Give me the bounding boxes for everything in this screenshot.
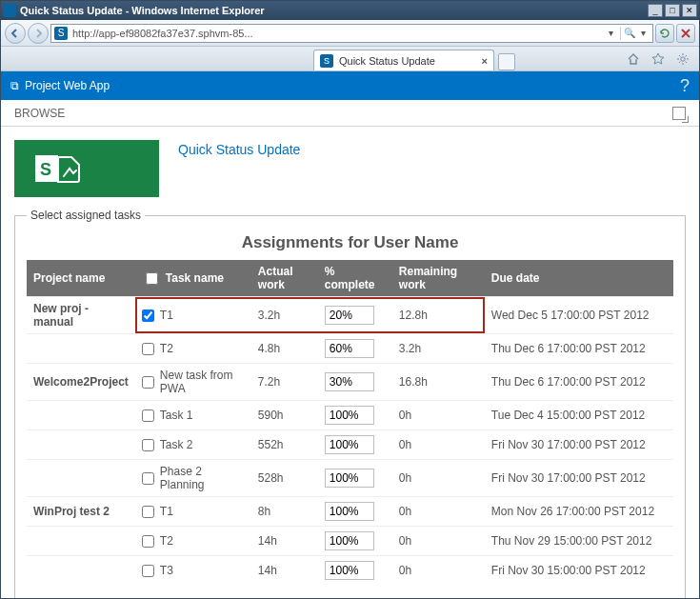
new-tab-button[interactable] <box>498 53 515 70</box>
cell-due: Wed Dec 5 17:00:00 PST 2012 <box>485 297 673 334</box>
site-favicon: S <box>54 27 68 40</box>
task-name: Task 2 <box>160 438 193 451</box>
task-checkbox[interactable] <box>142 506 154 518</box>
address-input[interactable] <box>70 27 601 40</box>
task-checkbox[interactable] <box>142 472 154 485</box>
ribbon-bar: BROWSE <box>1 100 699 127</box>
tab-favicon: S <box>320 54 333 68</box>
fieldset-legend: Select assigned tasks <box>27 209 145 222</box>
focus-content-icon[interactable] <box>672 107 686 120</box>
pct-input[interactable] <box>325 372 374 391</box>
task-checkbox[interactable] <box>142 439 154 451</box>
cell-task[interactable]: T1 <box>135 497 251 527</box>
task-name: T2 <box>160 534 173 548</box>
minimize-button[interactable]: _ <box>648 4 663 17</box>
cell-task[interactable]: New task from PWA <box>135 364 251 401</box>
pct-input[interactable] <box>325 406 374 425</box>
app-launcher-icon[interactable]: ⧉ <box>10 79 19 92</box>
task-name: Task 1 <box>160 409 193 422</box>
close-window-button[interactable]: ✕ <box>682 4 697 17</box>
pct-input[interactable] <box>325 561 374 580</box>
cell-task[interactable]: Phase 2 Planning <box>135 460 251 497</box>
ie-window: Quick Status Update - Windows Internet E… <box>0 0 700 599</box>
task-checkbox[interactable] <box>142 343 154 355</box>
col-remaining: Remaining work <box>392 260 485 297</box>
task-checkbox[interactable] <box>142 409 154 422</box>
back-button[interactable] <box>5 23 26 44</box>
browser-navbar: S ▾ 🔍 ▾ <box>1 20 699 47</box>
cell-remaining: 0h <box>392 460 485 497</box>
cell-actual: 3.2h <box>251 297 318 334</box>
cell-task[interactable]: T3 <box>135 556 251 586</box>
cell-task[interactable]: Task 2 <box>135 430 251 460</box>
cell-due: Fri Nov 30 17:00:00 PST 2012 <box>485 460 673 497</box>
page-content: S Quick Status Update Select assigned ta… <box>1 127 699 598</box>
cell-project <box>27 430 135 460</box>
task-name: New task from PWA <box>160 369 245 395</box>
chevron-down-icon[interactable]: ▾ <box>636 27 650 40</box>
cell-remaining: 0h <box>392 401 485 430</box>
pct-input[interactable] <box>325 339 374 358</box>
browse-tab[interactable]: BROWSE <box>14 107 65 120</box>
pct-input[interactable] <box>325 306 374 325</box>
tab-close-button[interactable]: × <box>482 55 488 67</box>
pct-input[interactable] <box>325 469 374 488</box>
table-row: T24.8h3.2hThu Dec 6 17:00:00 PST 2012 <box>27 334 673 364</box>
col-task-label: Task name <box>166 271 224 285</box>
cell-task[interactable]: T1 <box>135 297 251 334</box>
pct-input[interactable] <box>325 531 374 550</box>
cell-project: New proj - manual <box>27 297 135 334</box>
refresh-button[interactable] <box>655 24 674 43</box>
task-name: T1 <box>160 505 173 518</box>
cell-pct <box>318 334 392 364</box>
cell-actual: 8h <box>251 497 318 527</box>
cell-actual: 7.2h <box>251 364 318 401</box>
task-checkbox[interactable] <box>142 565 154 577</box>
search-icon[interactable]: 🔍 <box>620 27 633 40</box>
cell-due: Thu Dec 6 17:00:00 PST 2012 <box>485 364 673 401</box>
col-due: Due date <box>485 260 673 297</box>
cell-task[interactable]: T2 <box>135 527 251 556</box>
cell-task[interactable]: T2 <box>135 334 251 364</box>
task-checkbox[interactable] <box>142 376 154 389</box>
cell-pct <box>318 556 392 586</box>
assignments-table: Project name Task name Actual work % com… <box>27 260 673 585</box>
window-title: Quick Status Update - Windows Internet E… <box>20 5 646 16</box>
cell-remaining: 3.2h <box>392 334 485 364</box>
stop-button[interactable] <box>676 24 695 43</box>
cell-due: Fri Nov 30 17:00:00 PST 2012 <box>485 430 673 460</box>
col-pct: % complete <box>318 260 392 297</box>
pct-input[interactable] <box>325 435 374 454</box>
pct-input[interactable] <box>325 502 374 521</box>
col-actual: Actual work <box>251 260 318 297</box>
refresh-icon <box>659 28 670 39</box>
cell-project: WinProj test 2 <box>27 497 135 527</box>
cell-project: Welcome2Project <box>27 364 135 401</box>
table-row: T314h0hFri Nov 30 15:00:00 PST 2012 <box>27 556 673 586</box>
cell-remaining: 12.8h <box>392 297 485 334</box>
help-icon[interactable]: ? <box>680 76 690 96</box>
cell-pct <box>318 297 392 334</box>
favorites-icon[interactable] <box>648 49 669 70</box>
dropdown-icon[interactable]: ▾ <box>604 27 617 40</box>
cell-due: Fri Nov 30 15:00:00 PST 2012 <box>485 556 673 586</box>
task-checkbox[interactable] <box>142 535 154 548</box>
forward-button[interactable] <box>28 23 49 44</box>
task-checkbox[interactable] <box>142 309 154 322</box>
address-bar[interactable]: S ▾ 🔍 ▾ <box>50 24 653 43</box>
cell-due: Thu Dec 6 17:00:00 PST 2012 <box>485 334 673 364</box>
col-task[interactable]: Task name <box>135 260 251 297</box>
cell-due: Thu Nov 29 15:00:00 PST 2012 <box>485 527 673 556</box>
suite-bar: ⧉ Project Web App ? <box>1 71 699 100</box>
cell-project <box>27 527 135 556</box>
select-all-checkbox[interactable] <box>146 272 158 285</box>
gear-icon[interactable] <box>672 49 693 70</box>
cell-task[interactable]: Task 1 <box>135 401 251 430</box>
browser-tab[interactable]: S Quick Status Update × <box>313 50 494 70</box>
home-icon[interactable] <box>623 49 644 70</box>
table-row: WinProj test 2T18h0hMon Nov 26 17:00:00 … <box>27 497 673 527</box>
sharepoint-icon: S <box>35 150 83 188</box>
maximize-button[interactable]: □ <box>665 4 680 17</box>
table-row: Task 1590h0hTue Dec 4 15:00:00 PST 2012 <box>27 401 673 430</box>
cell-remaining: 0h <box>392 527 485 556</box>
